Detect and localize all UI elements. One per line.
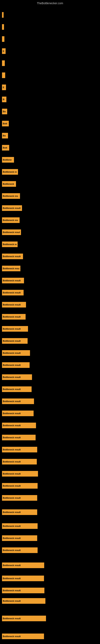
bar-item: Bottleneck result bbox=[2, 435, 36, 440]
bar-label: Bottleneck result bbox=[3, 511, 21, 514]
bar-label: Bottleneck result bbox=[3, 340, 21, 342]
bar-label: Bo bbox=[3, 134, 6, 137]
bar-label: Bottleneck result bbox=[3, 376, 21, 378]
chart-area: TheBottlenecker.com EEBBoBottBoBottBottl… bbox=[0, 0, 100, 644]
bar-item bbox=[2, 60, 5, 66]
bar-label: Bottleneck result bbox=[3, 352, 21, 354]
bar-item: Bottleneck result bbox=[2, 471, 38, 476]
bar-label: Bottleneck result bbox=[3, 400, 21, 402]
bar-item: Bottleneck result bbox=[2, 548, 38, 553]
bar-label: Bottleneck result bbox=[3, 564, 21, 566]
bar-label: Bottleneck res bbox=[3, 195, 18, 197]
bar-item: Bottleneck resul bbox=[2, 230, 21, 235]
bar-label: Bottleneck result bbox=[3, 304, 21, 306]
bar-item: Bottleneck result bbox=[2, 410, 34, 416]
bar-item: Bottleneck result bbox=[2, 326, 28, 332]
bar-item: Bottleneck result bbox=[2, 278, 24, 283]
bar-item: Bo bbox=[2, 109, 7, 114]
bar-item: Bottleneck result bbox=[2, 374, 32, 380]
bar-item: E bbox=[2, 48, 6, 54]
bar-item: Bottleneck result bbox=[2, 634, 44, 639]
bar-item: Bottleneck result bbox=[2, 447, 37, 452]
bar-item: Bottleneck res bbox=[2, 217, 20, 223]
bar-item: Bottleneck result bbox=[2, 576, 44, 581]
bar-item: Bottleneck re bbox=[2, 242, 18, 247]
bar-label: Bottleneck result bbox=[3, 316, 21, 318]
bar-item: Bottleneck re bbox=[2, 169, 18, 175]
bar-item: B bbox=[2, 96, 6, 102]
bar-item: Bottleneck result bbox=[2, 362, 30, 368]
bar-item: Bottleneck result bbox=[2, 314, 26, 320]
bar-label: Bottleneck result bbox=[3, 617, 21, 620]
bar-label: Bottleneck resu bbox=[3, 267, 19, 270]
bar-label: Bottleneck res bbox=[3, 219, 18, 222]
bar-item: Bottleneck res bbox=[2, 193, 20, 199]
bar-item: Bottleneck result bbox=[2, 254, 23, 259]
bar-item: Bottleneck result bbox=[2, 350, 30, 356]
bar-item: Bottleneck resu bbox=[2, 266, 20, 271]
bar-item: Bo bbox=[2, 133, 8, 138]
bar-item: Bottleneck result bbox=[2, 535, 37, 541]
bar-label: Bottlene bbox=[3, 158, 12, 161]
bar-label: Bottleneck re bbox=[3, 243, 17, 246]
bar-item: Bottleneck result bbox=[2, 483, 38, 489]
bar-item: Bott bbox=[2, 145, 9, 150]
bar-label: Bottleneck result bbox=[3, 292, 21, 294]
bar-label: Bottleneck result bbox=[3, 207, 21, 209]
bar-item: Bottleneck result bbox=[2, 422, 36, 428]
bar-label: Bottleneck result bbox=[3, 635, 21, 638]
bar-label: Bottleneck result bbox=[3, 424, 21, 427]
bar-label: Bottleneck result bbox=[3, 549, 21, 552]
bar-item: Bott bbox=[2, 121, 9, 126]
bar-label: Bottleneck result bbox=[3, 472, 21, 475]
bar-label: Bottleneck re bbox=[3, 171, 17, 173]
bar-item: Bottleneck result bbox=[2, 290, 24, 296]
bar-label: Bottleneck result bbox=[3, 589, 21, 592]
bar-item bbox=[2, 12, 3, 18]
bar-item: Bottleneck result bbox=[2, 588, 44, 593]
bar-label: Bottleneck result bbox=[3, 388, 21, 390]
bar-label: Bottleneck result bbox=[3, 364, 21, 366]
bar-label: Bottleneck result bbox=[3, 436, 21, 439]
bar-item: Bottleneck result bbox=[2, 205, 22, 211]
bar-item: Bottleneck bbox=[2, 181, 16, 187]
bar-item: Bottleneck result bbox=[2, 509, 37, 515]
bar-item: E bbox=[2, 84, 6, 90]
bar-label: Bottleneck result bbox=[3, 497, 21, 499]
bar-item: Bottleneck result bbox=[2, 523, 38, 529]
bar-label: Bottleneck result bbox=[3, 328, 21, 330]
bar-label: Bottleneck result bbox=[3, 460, 21, 463]
bar-item: Bottleneck result bbox=[2, 459, 37, 464]
bar-item: Bottleneck result bbox=[2, 495, 37, 501]
bar-label: Bottleneck result bbox=[3, 412, 21, 414]
bar-label: Bott bbox=[3, 122, 7, 125]
bar-item: Bottleneck result bbox=[2, 598, 46, 604]
bar-label: Bott bbox=[3, 146, 7, 149]
bar-label: E bbox=[3, 50, 4, 52]
bar-label: Bottleneck result bbox=[3, 537, 21, 539]
bar-item: Bottleneck result bbox=[2, 616, 46, 621]
bar-label: Bottleneck resul bbox=[3, 231, 20, 234]
bar-item bbox=[2, 24, 4, 30]
bar-item: Bottleneck result bbox=[2, 338, 28, 344]
bar-label: Bottleneck result bbox=[3, 448, 21, 451]
bar-item bbox=[2, 36, 4, 42]
bar-label: Bo bbox=[3, 110, 6, 113]
bar-label: Bottleneck result bbox=[3, 600, 21, 602]
bar-item: Bottleneck result bbox=[2, 398, 34, 404]
bar-label: Bottleneck result bbox=[3, 279, 21, 282]
bar-label: Bottleneck result bbox=[3, 525, 21, 527]
bar-item: Bottleneck result bbox=[2, 386, 32, 392]
bar-label: E bbox=[3, 86, 4, 88]
bar-item: Bottlene bbox=[2, 157, 14, 162]
bar-item: Bottleneck result bbox=[2, 302, 26, 308]
bar-label: Bottleneck result bbox=[3, 255, 21, 258]
site-title: TheBottlenecker.com bbox=[0, 0, 100, 6]
bar-item bbox=[2, 72, 5, 78]
bar-label: Bottleneck result bbox=[3, 577, 21, 580]
bar-item: Bottleneck result bbox=[2, 562, 44, 568]
bar-label: Bottleneck result bbox=[3, 484, 21, 487]
bar-label: Bottleneck bbox=[3, 183, 14, 185]
bar-label: B bbox=[3, 98, 4, 100]
